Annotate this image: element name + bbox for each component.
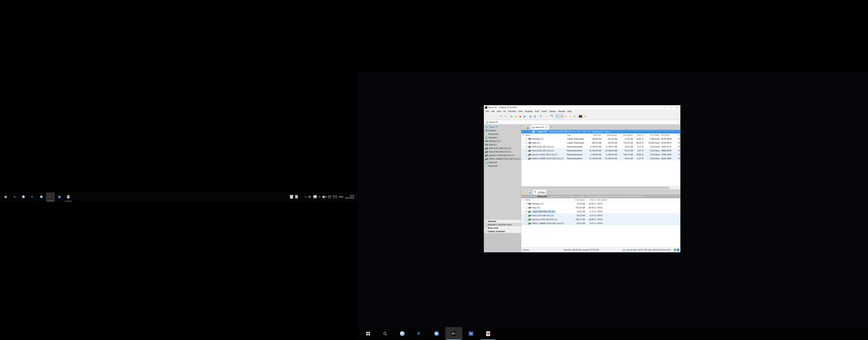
taskbar-clock[interactable]: 00:5005.02.2016 [345, 195, 354, 199]
window-titlebar[interactable]: Dieser PC - XYplorer 16.20.0100 – □ ✕ [484, 105, 680, 110]
toolbar-filter-button[interactable]: ▼▾ [568, 114, 572, 119]
table-row[interactable]: 2Bckp (D:)Lokaler Datenträger698,63 GB21… [521, 141, 680, 145]
row-checkbox[interactable] [525, 138, 528, 140]
toolbar-checkbox-mode-button[interactable]: ☑ [555, 114, 559, 119]
tree-item[interactable]: Papierkorb [484, 164, 521, 167]
taskbar-thunderbird-button[interactable] [37, 192, 46, 201]
column-header[interactable]: Free Space [570, 198, 586, 202]
toolbar-preview-button[interactable]: ▾ [579, 114, 583, 119]
table-row[interactable]: 6DS813_SHARE (\\192.168.2.51) (Z:)Netzwe… [521, 156, 680, 160]
catalog-item[interactable]: +Catalog: Examples [484, 230, 521, 233]
tree-item[interactable]: Netzwerk [484, 160, 521, 164]
breadcrumb-segment[interactable]: D [578, 130, 580, 133]
menu-go[interactable]: Go [502, 110, 507, 113]
table-row[interactable]: 3Stuff (\\192.168.2.51) (S:)Netzwerklauf… [521, 145, 680, 149]
up-arrow-icon[interactable]: ↑ [528, 195, 529, 197]
back-arrow-icon[interactable]: ← [522, 195, 524, 197]
taskbar-oy-button[interactable]: Oy [462, 327, 479, 340]
toolbar-go-token-button[interactable]: ➤ [545, 114, 549, 119]
tree-item[interactable]: Sebastian [484, 136, 521, 139]
breadcrumb-root[interactable]: Dieser PC [538, 195, 547, 197]
breadcrumb-segment[interactable]: JD [583, 130, 585, 133]
row-checkbox[interactable] [525, 207, 528, 209]
column-header[interactable]: Vol Serial [660, 133, 678, 136]
tree-item[interactable]: Stuff (\\192.168.2.51) (S:) [484, 146, 521, 150]
breadcrumb-segment[interactable]: ganzneu (\\192.168.2.51) (Y:) [550, 130, 576, 133]
expander-icon[interactable]: + [485, 227, 487, 229]
taskbar-palemoon-button[interactable] [19, 192, 28, 201]
breadcrumb-segment[interactable]: D [564, 195, 566, 197]
row-checkbox[interactable] [525, 157, 528, 160]
up-arrow-icon[interactable]: ↑ [528, 131, 529, 133]
taskbar-imageviewer-button[interactable] [64, 192, 73, 201]
taskbar-thunderbird-button[interactable] [428, 327, 445, 340]
table-row[interactable]: 1Windows (C:)17,62 GB14,82 %NTFS [521, 202, 680, 206]
taskbar-start-button[interactable] [1, 192, 10, 201]
expander-icon[interactable]: + [485, 230, 487, 232]
tray-chevron-icon[interactable]: ∧ [305, 196, 306, 198]
column-header[interactable]: Type [566, 133, 587, 136]
row-checkbox[interactable] [525, 150, 528, 152]
close-button[interactable]: ✕ [674, 105, 680, 110]
volume-icon[interactable] [308, 196, 311, 198]
menu-favorites[interactable]: Favorites [507, 110, 517, 113]
breadcrumb-segment[interactable]: Neu [605, 130, 609, 133]
ok-check-icon[interactable]: ✓ [674, 249, 676, 251]
toolbar-favorites-star-button[interactable]: ★▾ [583, 114, 587, 119]
row-checkbox[interactable] [525, 214, 528, 217]
column-header[interactable]: Used Space [602, 133, 618, 136]
toolbar-pie-stats-button[interactable]: ◕ [564, 114, 568, 119]
tree-item[interactable]: Rest (\\192.168.2.51) (X:) [484, 150, 521, 153]
toolbar-up-button[interactable]: ↑▾ [493, 114, 497, 119]
tree-item[interactable]: ganzneu (\\192.168.2.51) (Y:) [484, 153, 521, 157]
column-header[interactable]: Total Size [587, 133, 602, 136]
tab-close-icon[interactable]: ✕ [545, 126, 548, 129]
recycle-bin-icon[interactable] [290, 195, 293, 199]
catalog-item[interactable]: -Standard [484, 220, 521, 223]
scrollbar-thumb[interactable] [522, 187, 670, 189]
row-checkbox[interactable] [525, 218, 528, 220]
action-center-icon[interactable] [328, 195, 331, 198]
column-header[interactable]: Per Cluster [644, 133, 660, 136]
taskbar-oy-button[interactable]: Oy [55, 192, 64, 201]
cpu-graph-icon[interactable] [313, 195, 317, 198]
column-header[interactable]: Name [525, 198, 570, 202]
column-header[interactable]: Name▴ [525, 133, 566, 136]
tab[interactable] [522, 190, 527, 195]
table-row[interactable]: 4Rest (\\192.168.2.51) (X:)40,10 GB0,27 … [521, 213, 680, 217]
forward-arrow-icon[interactable]: → [525, 131, 527, 133]
toolbar-redo-button[interactable]: ↷▾ [504, 114, 508, 119]
new-tab-button[interactable]: + [550, 126, 553, 128]
table-row[interactable]: 3Stuff (\\192.168.2.51) (S:)19,52 GB0,71… [521, 210, 680, 213]
tab[interactable]: Z:\Filme [533, 190, 547, 195]
address-bar[interactable]: Dieser PC ▾ [485, 120, 680, 124]
tree-item[interactable]: Desktop [484, 129, 521, 132]
taskbar-start-button[interactable] [360, 327, 377, 340]
minimize-button[interactable]: – [661, 105, 668, 110]
menu-tabsets[interactable]: Tabsets [548, 110, 557, 113]
column-header[interactable]: Free % [634, 133, 644, 136]
taskbar-xyplorer-button[interactable] [445, 327, 462, 340]
table-row[interactable]: 2Bckp (D:)479,20 GB68,59 %NTFS [521, 206, 680, 210]
breadcrumb-segment[interactable]: camwhores [592, 130, 602, 133]
tree-item[interactable]: Windows (C:) [484, 139, 521, 143]
toolbar-undo-button[interactable]: ↶▾ [499, 114, 503, 119]
taskbar-edge-button[interactable] [28, 192, 37, 201]
toolbar-tag-orange-button[interactable]: ◆ [514, 114, 518, 119]
tab[interactable]: Dieser PC✕ [531, 125, 549, 130]
column-header[interactable]: # [521, 133, 525, 136]
pane-empty-area[interactable] [521, 225, 680, 247]
horizontal-scrollbar[interactable]: › [521, 186, 680, 189]
table-row[interactable]: 1Windows (C:)Lokaler Datenträger118,86 G… [521, 137, 680, 141]
tree-item[interactable]: Dieser PC [484, 125, 521, 129]
up-arrow-icon[interactable]: ∧ [677, 249, 679, 251]
menu-panes[interactable]: Panes [540, 110, 548, 113]
toolbar-visual-filter-button[interactable]: ▼▾ [573, 114, 577, 119]
menu-window[interactable]: Window [557, 110, 566, 113]
taskbar-search-button[interactable] [10, 192, 19, 201]
table-row[interactable]: 6DS813_SHARE (\\192.168.2.51) (Z:)40,10 … [521, 221, 680, 225]
expander-icon[interactable]: - [485, 220, 487, 222]
row-checkbox[interactable] [525, 146, 528, 148]
table-row[interactable]: 5ganzneu (\\192.168.2.51) (Y:)Netzwerkla… [521, 153, 680, 156]
menu-file[interactable]: File [485, 110, 490, 113]
